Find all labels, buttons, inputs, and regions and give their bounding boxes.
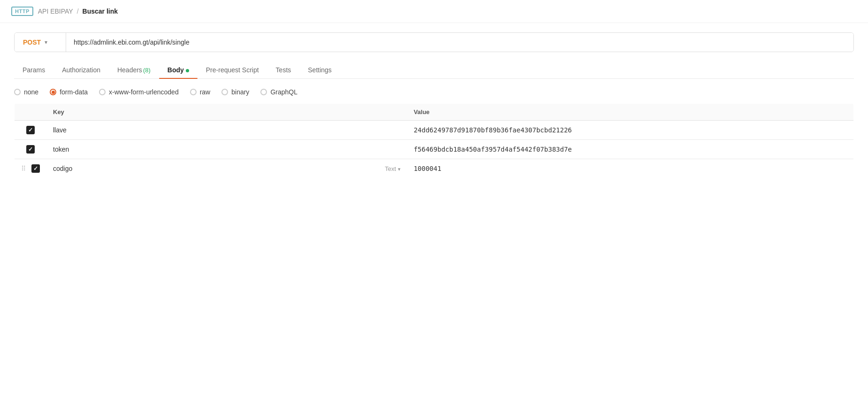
- top-bar: HTTP API EBIPAY / Buscar link: [0, 0, 868, 23]
- tab-headers[interactable]: Headers(8): [109, 62, 159, 78]
- tab-authorization-label: Authorization: [62, 66, 100, 74]
- radio-none[interactable]: none: [14, 88, 38, 96]
- row3-key[interactable]: codigo: [53, 165, 72, 172]
- radio-raw[interactable]: raw: [190, 88, 211, 96]
- main-content: POST ▾ Params Authorization Headers(8) B…: [0, 23, 868, 188]
- th-value: Value: [407, 104, 854, 121]
- drag-handle-icon[interactable]: ⠿: [21, 165, 26, 172]
- body-active-dot: [186, 69, 189, 72]
- row3-value-cell: 1000041: [407, 159, 854, 178]
- tab-pre-request-label: Pre-request Script: [206, 66, 259, 74]
- row2-key-cell: token: [46, 140, 407, 159]
- row1-key-cell: llave: [46, 121, 407, 140]
- radio-graphql-label: GraphQL: [270, 88, 297, 96]
- row2-value-cell: f56469bdcb18a450af3957d4af5442f07b383d7e: [407, 140, 854, 159]
- row2-checkmark: ✓: [28, 146, 33, 153]
- method-label: POST: [23, 38, 41, 46]
- row3-key-cell: codigo Text ▾: [46, 159, 407, 178]
- th-key: Key: [46, 104, 407, 121]
- tabs-bar: Params Authorization Headers(8) Body Pre…: [14, 62, 854, 79]
- row2-checkbox[interactable]: ✓: [26, 145, 35, 154]
- body-options: none form-data x-www-form-urlencoded raw…: [14, 88, 854, 96]
- row3-type-selector[interactable]: Text ▾: [385, 165, 400, 172]
- row2-checkbox-cell: ✓: [15, 140, 47, 159]
- method-chevron-icon: ▾: [45, 39, 47, 46]
- tab-headers-label: Headers: [117, 66, 142, 74]
- radio-none-circle: [14, 89, 21, 95]
- radio-graphql[interactable]: GraphQL: [260, 88, 297, 96]
- row1-checkbox-cell: ✓: [15, 121, 47, 140]
- tab-tests-label: Tests: [276, 66, 291, 74]
- radio-form-data[interactable]: form-data: [50, 88, 88, 96]
- radio-urlencoded-circle: [99, 89, 106, 95]
- radio-raw-circle: [190, 89, 197, 95]
- radio-form-data-circle: [50, 89, 56, 95]
- radio-binary-circle: [221, 89, 228, 95]
- row1-checkbox[interactable]: ✓: [26, 126, 35, 134]
- tab-tests[interactable]: Tests: [267, 62, 300, 78]
- row3-type-label: Text: [385, 165, 396, 172]
- breadcrumb-parent[interactable]: API EBIPAY: [38, 8, 73, 15]
- radio-graphql-circle: [260, 89, 267, 95]
- tab-params-label: Params: [23, 66, 45, 74]
- breadcrumb-separator: /: [77, 8, 79, 15]
- breadcrumb: API EBIPAY / Buscar link: [38, 8, 118, 15]
- type-chevron-icon: ▾: [398, 166, 401, 172]
- table-row: ✓ llave 24dd6249787d91870bf89b36fae4307b…: [15, 121, 854, 140]
- row1-key[interactable]: llave: [53, 126, 67, 134]
- tab-body[interactable]: Body: [159, 62, 198, 78]
- radio-urlencoded[interactable]: x-www-form-urlencoded: [99, 88, 179, 96]
- tab-body-label: Body: [168, 66, 184, 74]
- row3-checkbox[interactable]: ✓: [31, 164, 40, 173]
- table-row: ✓ token f56469bdcb18a450af3957d4af5442f0…: [15, 140, 854, 159]
- headers-badge: (8): [143, 67, 151, 74]
- tab-settings-label: Settings: [308, 66, 332, 74]
- row1-value-cell: 24dd6249787d91870bf89b36fae4307bcbd21226: [407, 121, 854, 140]
- row2-key[interactable]: token: [53, 146, 69, 153]
- radio-form-data-label: form-data: [60, 88, 88, 96]
- row1-value[interactable]: 24dd6249787d91870bf89b36fae4307bcbd21226: [414, 126, 572, 134]
- method-selector[interactable]: POST ▾: [15, 33, 66, 52]
- row3-checkbox-cell: ⠿ ✓: [15, 159, 47, 178]
- row1-checkmark: ✓: [28, 127, 33, 133]
- radio-raw-label: raw: [200, 88, 211, 96]
- http-icon: HTTP: [11, 7, 33, 16]
- url-input[interactable]: [66, 33, 853, 52]
- tab-params[interactable]: Params: [14, 62, 53, 78]
- body-table: Key Value ✓ llave 24dd6249787d91870bf89b…: [14, 103, 854, 178]
- th-checkbox: [15, 104, 47, 121]
- table-row: ⠿ ✓ codigo Text ▾ 1000041: [15, 159, 854, 178]
- row3-value[interactable]: 1000041: [414, 165, 442, 172]
- radio-binary[interactable]: binary: [221, 88, 249, 96]
- breadcrumb-current: Buscar link: [83, 8, 118, 15]
- tab-pre-request[interactable]: Pre-request Script: [198, 62, 267, 78]
- tab-settings[interactable]: Settings: [299, 62, 340, 78]
- url-bar: POST ▾: [14, 32, 854, 52]
- radio-binary-label: binary: [231, 88, 249, 96]
- row2-value[interactable]: f56469bdcb18a450af3957d4af5442f07b383d7e: [414, 146, 572, 153]
- row3-checkmark: ✓: [33, 165, 38, 172]
- radio-none-label: none: [24, 88, 38, 96]
- radio-urlencoded-label: x-www-form-urlencoded: [109, 88, 179, 96]
- tab-authorization[interactable]: Authorization: [53, 62, 109, 78]
- table-header-row: Key Value: [15, 104, 854, 121]
